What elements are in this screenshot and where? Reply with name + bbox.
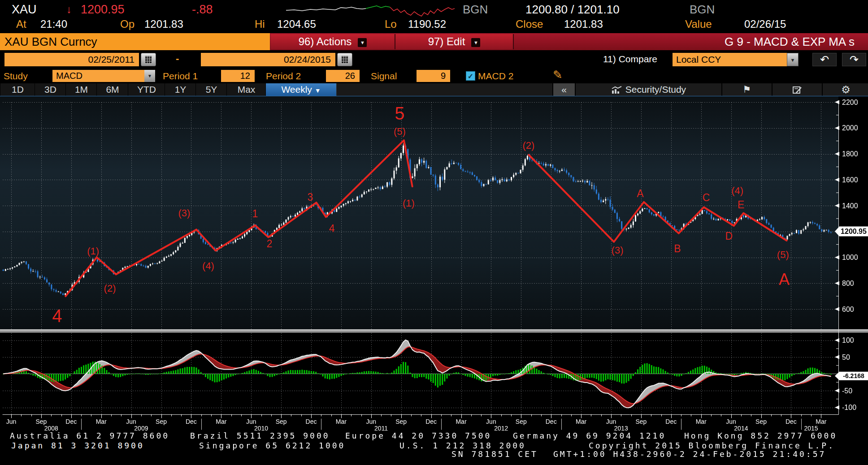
gear-icon[interactable]: ⚙ (822, 83, 868, 96)
redo-button[interactable]: ↷ (842, 53, 866, 66)
macd2-label: MACD 2 (478, 70, 513, 82)
signal-input[interactable]: 9 (417, 70, 450, 82)
chart-bars-icon (611, 86, 623, 94)
date-to-input[interactable]: 02/24/2015 (201, 53, 335, 66)
bid-ask-quote: 1200.80 / 1201.10 (525, 2, 620, 17)
compare-label: 11) Compare (603, 54, 657, 65)
value-date: 02/26/15 (744, 18, 786, 30)
date-range-separator: - (176, 53, 179, 65)
chevron-down-icon[interactable]: ▼ (787, 53, 799, 66)
calendar-icon[interactable] (337, 53, 352, 66)
close-label: Close (516, 18, 543, 30)
flag-button[interactable]: ⚑ (721, 83, 772, 96)
value-label: Value (685, 18, 712, 30)
source-code-left: BGN (463, 2, 488, 17)
chevron-down-icon: ▼ (471, 38, 480, 47)
open-value: 1201.83 (144, 18, 183, 30)
chart-function-title: G 9 - MACD & EXP MA s (725, 34, 855, 49)
contact-japan: Japan 81 3 3201 8900 (11, 441, 144, 451)
annotate-pencil-icon[interactable]: ✎ (553, 68, 563, 82)
contact-australia: Australia 61 2 9777 8600 (10, 431, 169, 441)
at-value: 21:40 (40, 18, 67, 30)
chevron-down-icon[interactable]: ▼ (144, 70, 155, 82)
session-number: SN 781851 CET (451, 449, 538, 459)
ticker-symbol: XAU (12, 2, 37, 17)
last-price: 1200.95 (81, 2, 125, 17)
note-edit-icon (792, 86, 802, 94)
macd2-checkbox[interactable]: ✓ (466, 71, 475, 81)
price-macd-chart[interactable] (0, 96, 868, 432)
low-value: 1190.52 (408, 18, 446, 30)
contact-brazil: Brazil 5511 2395 9000 (190, 431, 330, 441)
tab-weekly[interactable]: Weekly ▼ (265, 83, 337, 96)
tab-max[interactable]: Max (226, 83, 266, 96)
open-label: Op (120, 18, 135, 30)
chevron-down-icon: ▼ (358, 38, 367, 47)
contact-germany: Germany 49 69 9204 1210 (513, 431, 666, 441)
contact-europe: Europe 44 20 7330 7500 (345, 431, 491, 441)
tab-1d[interactable]: 1D (0, 83, 35, 96)
at-label: At (16, 18, 26, 30)
undo-button[interactable]: ↶ (812, 53, 837, 66)
tab-5y[interactable]: 5Y (195, 83, 227, 96)
annotation-notes-button[interactable] (772, 83, 822, 96)
edit-label: 97) Edit (428, 35, 465, 47)
actions-button[interactable]: 96) Actions▼ (271, 34, 395, 49)
security-study-button[interactable]: Security/Study (575, 83, 721, 96)
contact-singapore: Singapore 65 6212 1000 (199, 441, 345, 451)
study-select[interactable]: MACD (52, 70, 144, 82)
intraday-sparkline (285, 4, 456, 17)
price-change: -.88 (192, 2, 213, 17)
period2-input[interactable]: 26 (326, 70, 360, 82)
high-label: Hi (255, 18, 265, 30)
period1-input[interactable]: 12 (221, 70, 255, 82)
source-code-right: BGN (690, 2, 715, 17)
tab-ytd[interactable]: YTD (128, 83, 165, 96)
bloomberg-terminal-screen: XAU ↓ 1200.95 -.88 BGN 1200.80 / 1201.10… (0, 0, 868, 465)
session-timestamp: GMT+1:00 H438-2960-2 24-Feb-2015 21:40:5… (553, 449, 826, 459)
tab-3d[interactable]: 3D (35, 83, 66, 96)
period2-label: Period 2 (266, 70, 301, 82)
tab-1y[interactable]: 1Y (165, 83, 196, 96)
tab-6m[interactable]: 6M (96, 83, 129, 96)
period1-label: Period 1 (163, 70, 198, 82)
collapse-panel-button[interactable]: « (552, 83, 575, 96)
contact-hongkong: Hong Kong 852 2977 6000 (684, 431, 837, 441)
close-value: 1201.83 (564, 18, 603, 30)
date-from-input[interactable]: 02/25/2011 (4, 53, 139, 66)
study-label: Study (4, 70, 28, 82)
actions-label: 96) Actions (299, 35, 352, 47)
currency-select[interactable]: Local CCY (673, 53, 787, 66)
low-label: Lo (385, 18, 397, 30)
edit-button[interactable]: 97) Edit▼ (395, 34, 514, 49)
high-value: 1204.65 (277, 18, 316, 30)
down-arrow-icon: ↓ (66, 2, 72, 17)
tab-1m[interactable]: 1M (65, 83, 97, 96)
signal-label: Signal (371, 70, 397, 82)
calendar-icon[interactable] (141, 53, 156, 66)
security-field[interactable]: XAU BGN Curncy (0, 33, 270, 50)
chevron-down-icon: ▼ (315, 87, 321, 94)
